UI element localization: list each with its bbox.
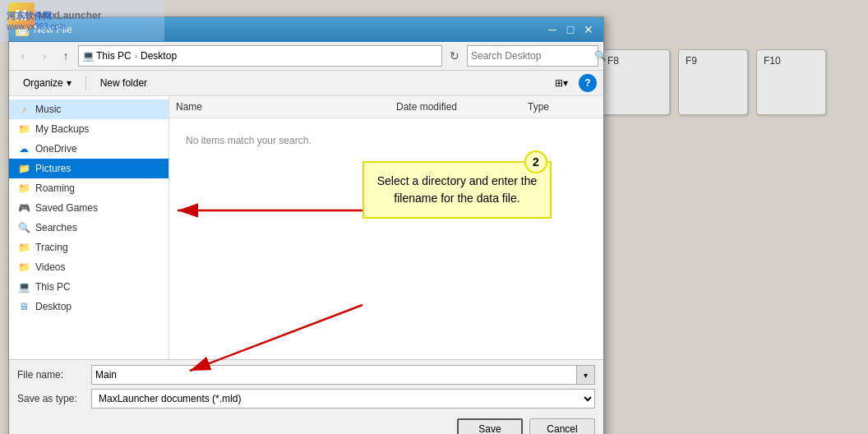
sidebar-item-roaming[interactable]: 📁 Roaming bbox=[9, 178, 169, 198]
breadcrumb-chevron: › bbox=[135, 52, 137, 61]
fkey-area: F8 F9 F10 bbox=[600, 49, 826, 115]
sidebar-item-label: This PC bbox=[35, 281, 71, 293]
app-name: MaxLauncher bbox=[38, 10, 101, 21]
help-button[interactable]: ? bbox=[579, 74, 597, 92]
savetype-label: Save as type: bbox=[17, 393, 91, 404]
forward-button[interactable]: › bbox=[35, 47, 53, 65]
folder-icon: 📁 bbox=[17, 162, 30, 175]
app-logo: M bbox=[8, 2, 35, 29]
button-row: Save Cancel bbox=[17, 415, 595, 434]
fkey-f10[interactable]: F10 bbox=[756, 49, 826, 115]
column-type[interactable]: Type bbox=[521, 99, 603, 114]
sidebar-item-label: Music bbox=[35, 104, 61, 115]
address-bar[interactable]: 💻 This PC › Desktop bbox=[78, 45, 442, 67]
toolbar-separator bbox=[85, 76, 86, 90]
column-date-modified[interactable]: Date modified bbox=[390, 99, 521, 114]
breadcrumb-this-pc[interactable]: 💻 This PC bbox=[82, 50, 132, 62]
sidebar-item-pictures[interactable]: 📁 Pictures bbox=[9, 159, 169, 178]
fkey-f9[interactable]: F9 bbox=[678, 49, 748, 115]
new-file-dialog: 📄 New File ─ □ ✕ ‹ › ↑ 💻 This PC › Deskt… bbox=[8, 16, 604, 434]
bottom-area: File name: ▾ Save as type: MaxLauncher d… bbox=[9, 359, 603, 434]
sidebar-item-my-backups[interactable]: 📁 My Backups bbox=[9, 119, 169, 139]
search-icon: 🔍 bbox=[594, 50, 607, 62]
callout-text: Select a directory and enter the filenam… bbox=[377, 174, 538, 205]
column-name[interactable]: Name bbox=[169, 99, 390, 114]
organize-button[interactable]: Organize ▾ bbox=[16, 74, 79, 92]
folder-icon: 📁 bbox=[17, 241, 30, 254]
desktop-icon: 🖥 bbox=[17, 300, 30, 313]
sidebar-item-label: Searches bbox=[35, 222, 77, 233]
save-button[interactable]: Save bbox=[457, 418, 523, 434]
sidebar-item-onedrive[interactable]: ☁ OneDrive bbox=[9, 139, 169, 159]
computer-icon: 💻 bbox=[17, 280, 30, 293]
titlebar-controls: ─ □ ✕ bbox=[544, 21, 597, 38]
sidebar-item-saved-games[interactable]: 🎮 Saved Games bbox=[9, 198, 169, 218]
saved-games-icon: 🎮 bbox=[17, 201, 30, 215]
sidebar-item-music[interactable]: ♪ Music bbox=[9, 99, 169, 119]
filename-input[interactable] bbox=[91, 365, 577, 385]
onedrive-icon: ☁ bbox=[17, 142, 30, 155]
filename-label: File name: bbox=[17, 369, 91, 381]
chevron-down-icon: ▾ bbox=[67, 77, 72, 89]
navbar: ‹ › ↑ 💻 This PC › Desktop ↻ 🔍 bbox=[9, 42, 603, 71]
sidebar-item-label: Desktop bbox=[35, 301, 72, 312]
sidebar-item-label: OneDrive bbox=[35, 143, 77, 155]
maximize-button[interactable]: □ bbox=[562, 21, 579, 38]
filename-combo-button[interactable]: ▾ bbox=[577, 365, 595, 385]
filename-row: File name: ▾ bbox=[17, 365, 595, 385]
fkey-f8[interactable]: F8 bbox=[600, 49, 670, 115]
callout-number: 2 bbox=[524, 150, 547, 173]
sidebar-item-label: Videos bbox=[35, 261, 65, 273]
callout-tooltip: 2 Select a directory and enter the filen… bbox=[362, 161, 552, 219]
file-list-header: Name Date modified Type bbox=[169, 96, 603, 118]
up-button[interactable]: ↑ bbox=[57, 47, 75, 65]
toolbar: Organize ▾ New folder ⊞▾ ? bbox=[9, 71, 603, 96]
close-button[interactable]: ✕ bbox=[580, 21, 597, 38]
savetype-select[interactable]: MaxLauncher documents (*.mld) bbox=[91, 389, 595, 409]
cancel-button[interactable]: Cancel bbox=[529, 418, 595, 434]
new-folder-button[interactable]: New folder bbox=[93, 74, 155, 92]
main-content: ♪ Music 📁 My Backups ☁ OneDrive 📁 Pictur… bbox=[9, 96, 603, 359]
sidebar-item-label: Tracing bbox=[35, 242, 68, 253]
sidebar-item-desktop[interactable]: 🖥 Desktop bbox=[9, 297, 169, 316]
search-box[interactable]: 🔍 bbox=[467, 45, 598, 67]
view-icon: ⊞▾ bbox=[555, 77, 568, 89]
minimize-button[interactable]: ─ bbox=[544, 21, 561, 38]
back-button[interactable]: ‹ bbox=[14, 47, 32, 65]
app-logo-area: M MaxLauncher bbox=[8, 2, 101, 29]
search-folder-icon: 🔍 bbox=[17, 221, 30, 234]
sidebar-item-label: Saved Games bbox=[35, 202, 98, 214]
breadcrumb-desktop[interactable]: Desktop bbox=[141, 50, 177, 62]
file-list: Name Date modified Type No items match y… bbox=[169, 96, 603, 359]
music-icon: ♪ bbox=[17, 103, 30, 116]
refresh-button[interactable]: ↻ bbox=[446, 47, 464, 65]
sidebar-item-searches[interactable]: 🔍 Searches bbox=[9, 218, 169, 238]
videos-icon: 📁 bbox=[17, 261, 30, 274]
view-button[interactable]: ⊞▾ bbox=[549, 74, 574, 92]
sidebar-item-this-pc[interactable]: 💻 This PC bbox=[9, 277, 169, 297]
search-input[interactable] bbox=[471, 50, 594, 62]
savetype-row: Save as type: MaxLauncher documents (*.m… bbox=[17, 389, 595, 409]
folder-icon: 📁 bbox=[17, 182, 30, 195]
toolbar-right: ⊞▾ ? bbox=[549, 74, 597, 92]
sidebar: ♪ Music 📁 My Backups ☁ OneDrive 📁 Pictur… bbox=[9, 96, 169, 359]
sidebar-item-label: My Backups bbox=[35, 123, 89, 135]
folder-icon: 📁 bbox=[17, 122, 30, 136]
sidebar-item-label: Pictures bbox=[35, 163, 71, 174]
sidebar-item-tracing[interactable]: 📁 Tracing bbox=[9, 238, 169, 257]
sidebar-item-label: Roaming bbox=[35, 182, 75, 194]
sidebar-item-videos[interactable]: 📁 Videos bbox=[9, 257, 169, 277]
